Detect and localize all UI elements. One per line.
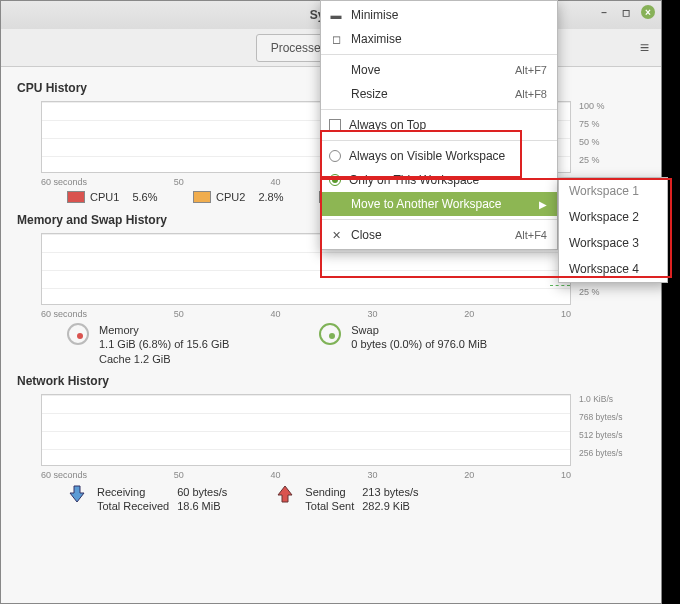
radio-icon — [329, 150, 341, 162]
send-label: Sending — [305, 486, 360, 498]
hamburger-icon[interactable]: ≡ — [640, 39, 649, 57]
download-arrow-icon — [67, 484, 87, 504]
recv-total-label: Total Received — [97, 500, 175, 512]
recv-total: 18.6 MiB — [177, 500, 233, 512]
menu-separator — [321, 219, 557, 220]
menu-close[interactable]: ✕CloseAlt+F4 — [321, 223, 557, 247]
swap-label: Swap — [351, 323, 487, 337]
menu-resize[interactable]: ResizeAlt+F8 — [321, 82, 557, 106]
menu-only-this-workspace[interactable]: Only on This Workspace — [321, 168, 557, 192]
send-rate: 213 bytes/s — [362, 486, 424, 498]
cpu-y-axis: 100 %75 %50 %25 % — [579, 97, 605, 169]
menu-separator — [321, 140, 557, 141]
legend-cpu1[interactable]: CPU1 5.6% — [67, 191, 177, 203]
minimise-icon[interactable]: – — [597, 5, 611, 19]
memory-usage: 1.1 GiB (6.8%) of 15.6 GiB — [99, 337, 229, 351]
menu-separator — [321, 109, 557, 110]
chevron-right-icon: ▶ — [539, 199, 547, 210]
mem-summary-row: Memory 1.1 GiB (6.8%) of 15.6 GiB Cache … — [67, 323, 645, 366]
menu-move-to-workspace[interactable]: Move to Another Workspace▶ — [321, 192, 557, 216]
swap-block[interactable]: Swap 0 bytes (0.0%) of 976.0 MiB — [319, 323, 487, 366]
net-history-title: Network History — [17, 374, 645, 388]
net-summary-row: Receiving60 bytes/s Total Received18.6 M… — [67, 484, 645, 514]
menu-move[interactable]: MoveAlt+F7 — [321, 58, 557, 82]
recv-rate: 60 bytes/s — [177, 486, 233, 498]
close-icon[interactable]: × — [641, 5, 655, 19]
send-total: 282.9 KiB — [362, 500, 424, 512]
swap-usage: 0 bytes (0.0%) of 976.0 MiB — [351, 337, 487, 351]
submenu-workspace-3[interactable]: Workspace 3 — [559, 230, 667, 256]
net-x-axis: 60 seconds5040302010 — [41, 470, 571, 480]
window-controls: – ◻ × — [597, 5, 655, 19]
checkbox-icon — [329, 119, 341, 131]
maximise-icon: ◻ — [329, 32, 343, 46]
receiving-block[interactable]: Receiving60 bytes/s Total Received18.6 M… — [67, 484, 235, 514]
menu-minimise[interactable]: ▬Minimise — [321, 3, 557, 27]
maximise-icon[interactable]: ◻ — [619, 5, 633, 19]
radio-selected-icon — [329, 174, 341, 186]
menu-maximise[interactable]: ◻Maximise — [321, 27, 557, 51]
submenu-workspace-1[interactable]: Workspace 1 — [559, 178, 667, 204]
menu-separator — [321, 54, 557, 55]
upload-arrow-icon — [275, 484, 295, 504]
mem-x-axis: 60 seconds5040302010 — [41, 309, 571, 319]
memory-gauge-icon — [67, 323, 89, 345]
recv-label: Receiving — [97, 486, 175, 498]
submenu-workspace-4[interactable]: Workspace 4 — [559, 256, 667, 282]
swap-gauge-icon — [319, 323, 341, 345]
cache-series-line — [550, 285, 570, 286]
close-icon: ✕ — [329, 228, 343, 242]
menu-always-on-top[interactable]: Always on Top — [321, 113, 557, 137]
sending-block[interactable]: Sending213 bytes/s Total Sent282.9 KiB — [275, 484, 426, 514]
net-chart — [41, 394, 571, 466]
send-total-label: Total Sent — [305, 500, 360, 512]
net-y-axis: 1.0 KiB/s768 bytes/s512 bytes/s256 bytes… — [579, 390, 622, 462]
window-context-menu: ▬Minimise ◻Maximise MoveAlt+F7 ResizeAlt… — [320, 0, 558, 250]
legend-cpu2[interactable]: CPU2 2.8% — [193, 191, 303, 203]
swatch-icon — [67, 191, 85, 203]
memory-block[interactable]: Memory 1.1 GiB (6.8%) of 15.6 GiB Cache … — [67, 323, 229, 366]
memory-label: Memory — [99, 323, 229, 337]
menu-always-visible-workspace[interactable]: Always on Visible Workspace — [321, 144, 557, 168]
net-chart-area: 1.0 KiB/s768 bytes/s512 bytes/s256 bytes… — [41, 394, 645, 484]
submenu-workspace-2[interactable]: Workspace 2 — [559, 204, 667, 230]
minimise-icon: ▬ — [329, 8, 343, 22]
swatch-icon — [193, 191, 211, 203]
memory-cache: Cache 1.2 GiB — [99, 352, 229, 366]
workspace-submenu: Workspace 1 Workspace 2 Workspace 3 Work… — [558, 177, 668, 283]
